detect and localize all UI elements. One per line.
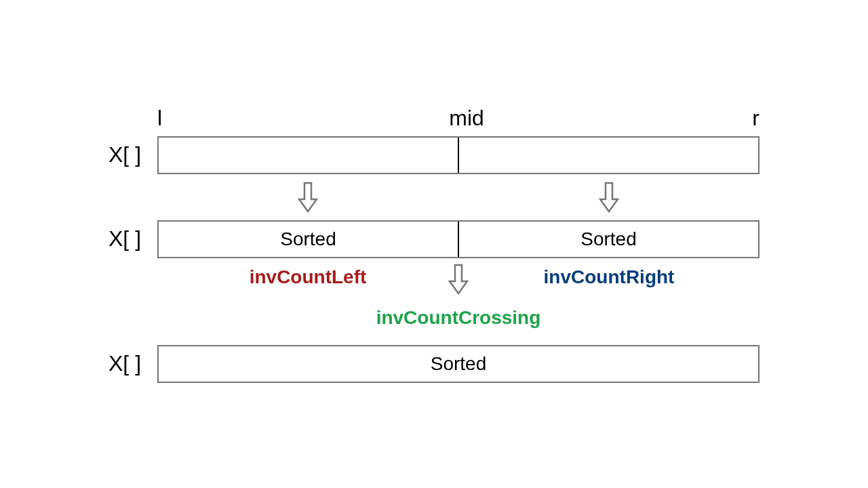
array-label-3: X[ ] [108, 351, 157, 376]
array-box-split-empty [157, 136, 760, 174]
array-label-1: X[ ] [108, 142, 157, 167]
array-row-2: X[ ] Sorted Sorted [108, 220, 760, 258]
down-arrow-icon [599, 182, 619, 213]
arrow-left-1 [157, 182, 458, 213]
array-label-2: X[ ] [108, 226, 157, 251]
array-left-empty [159, 138, 458, 173]
inv-count-crossing: invCountCrossing [157, 307, 760, 329]
inversion-count-diagram: l mid r X[ ] X[ ] Sorted Sorted [108, 106, 760, 383]
index-r-label: r [739, 106, 760, 131]
index-mid-label: mid [178, 106, 739, 131]
indices-row: l mid r [157, 106, 760, 131]
arrows-row-1 [157, 178, 760, 216]
inv-count-right: invCountRight [458, 266, 760, 288]
array-right-sorted: Sorted [459, 222, 758, 257]
arrow-right-1 [458, 182, 760, 213]
array-box-full-sorted: Sorted [157, 345, 760, 383]
array-row-3: X[ ] Sorted [108, 345, 760, 383]
index-l-label: l [157, 106, 178, 131]
array-box-split-sorted: Sorted Sorted [157, 220, 760, 258]
array-full-sorted-cell: Sorted [159, 346, 758, 382]
down-arrow-icon [298, 182, 318, 213]
down-arrow-icon [448, 264, 469, 295]
array-left-sorted: Sorted [159, 222, 458, 257]
array-right-empty [459, 138, 758, 173]
array-row-1: X[ ] [108, 136, 760, 174]
inv-count-left: invCountLeft [157, 266, 458, 288]
